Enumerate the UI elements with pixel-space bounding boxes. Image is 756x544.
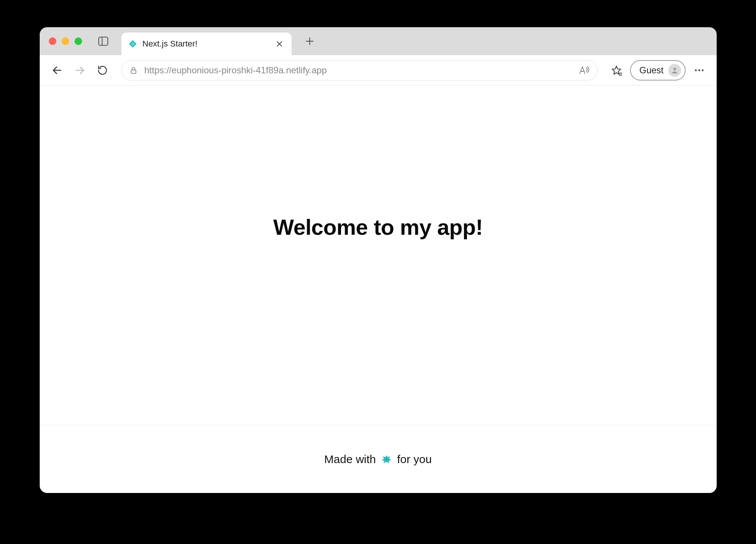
- svg-rect-8: [131, 70, 136, 73]
- profile-label: Guest: [639, 65, 663, 76]
- new-tab-button[interactable]: [301, 32, 319, 50]
- url-text: https://euphonious-piroshki-41f89a.netli…: [144, 65, 572, 76]
- lock-icon: [129, 66, 138, 75]
- close-tab-button[interactable]: [274, 39, 285, 49]
- svg-point-14: [673, 68, 676, 70]
- read-aloud-icon[interactable]: [578, 65, 590, 75]
- svg-point-15: [695, 69, 697, 71]
- close-window-button[interactable]: [49, 37, 56, 45]
- svg-point-17: [702, 69, 703, 71]
- browser-toolbar: https://euphonious-piroshki-41f89a.netli…: [40, 55, 717, 85]
- tab-overview-button[interactable]: [94, 32, 112, 50]
- more-menu-button[interactable]: [690, 61, 708, 79]
- netlify-icon: [128, 39, 137, 48]
- maximize-window-button[interactable]: [75, 37, 82, 45]
- window-controls: [49, 37, 82, 45]
- browser-window: Next.js Starter!: [40, 27, 717, 493]
- back-button[interactable]: [48, 61, 66, 79]
- reload-button[interactable]: [93, 61, 112, 79]
- favorites-button[interactable]: [607, 61, 626, 79]
- svg-rect-0: [99, 37, 108, 45]
- svg-point-16: [698, 69, 700, 71]
- tabstrip: Next.js Starter!: [40, 27, 717, 55]
- main-area: Welcome to my app!: [40, 85, 717, 425]
- page-footer: Made with for you: [40, 425, 717, 493]
- heart-icon: [381, 454, 392, 465]
- footer-prefix: Made with: [324, 453, 376, 466]
- forward-button[interactable]: [71, 61, 89, 79]
- avatar-icon: [668, 64, 681, 77]
- minimize-window-button[interactable]: [62, 37, 69, 45]
- page-content: Welcome to my app! Made with for you: [40, 85, 717, 493]
- tabs-container: Next.js Starter!: [121, 27, 292, 55]
- page-title: Welcome to my app!: [273, 214, 483, 240]
- footer-suffix: for you: [397, 453, 432, 466]
- browser-tab[interactable]: Next.js Starter!: [121, 33, 292, 55]
- profile-button[interactable]: Guest: [630, 60, 685, 81]
- address-bar[interactable]: https://euphonious-piroshki-41f89a.netli…: [121, 60, 598, 81]
- tab-title: Next.js Starter!: [143, 39, 269, 49]
